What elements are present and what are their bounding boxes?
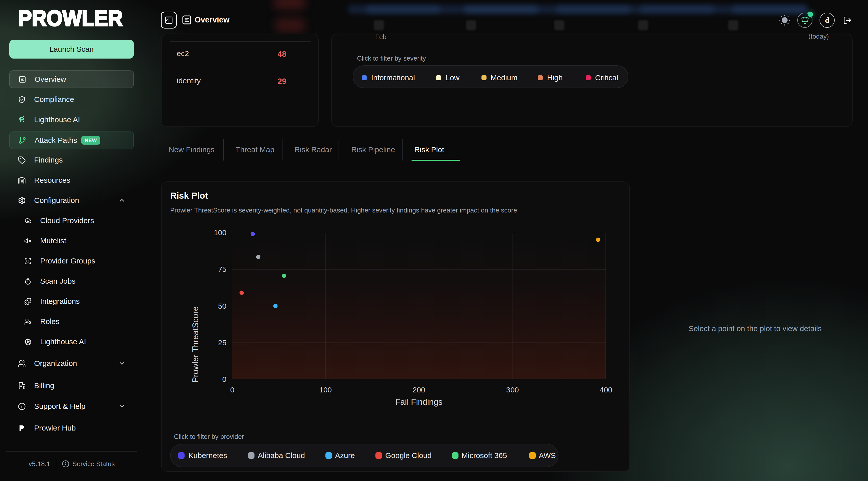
svg-text:PROWLER: PROWLER bbox=[18, 8, 123, 28]
